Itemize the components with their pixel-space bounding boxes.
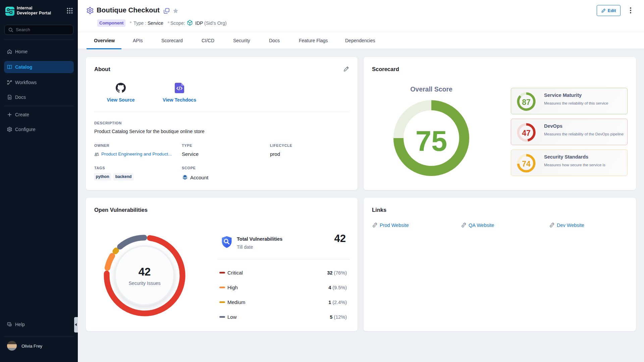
svg-text:?: ? <box>8 323 10 325</box>
